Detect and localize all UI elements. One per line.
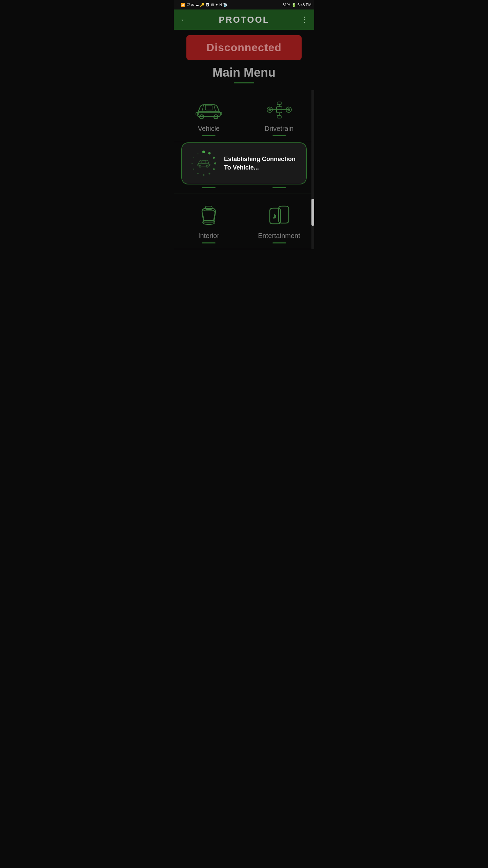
svg-rect-46 — [202, 160, 206, 163]
scrollbar[interactable] — [311, 90, 314, 249]
menu-item-vehicle[interactable]: Vehicle — [174, 90, 244, 142]
nfc-icon: N — [219, 3, 222, 7]
signal-icon: 📡 — [223, 3, 228, 7]
menu-item-drivetrain[interactable]: Drivetrain — [244, 90, 314, 142]
loading-message: Establishing Connection To Vehicle... — [224, 155, 298, 172]
entertainment-underline — [272, 242, 286, 243]
svg-point-37 — [193, 169, 194, 170]
bluetooth-icon: ✦ — [215, 3, 218, 7]
app-title: PROTOOL — [219, 15, 269, 25]
svg-rect-41 — [198, 164, 209, 166]
vehicle-icon — [195, 100, 222, 121]
svg-rect-15 — [277, 116, 281, 118]
vehicle-underline — [202, 135, 216, 136]
svg-point-31 — [213, 157, 215, 159]
drivetrain-icon — [266, 100, 293, 121]
monitor-icon: 🖥 — [210, 3, 214, 7]
svg-point-34 — [209, 173, 210, 175]
svg-point-32 — [214, 162, 216, 164]
battery-icon: 🔋 — [291, 3, 296, 7]
status-bar: ··· 📶 🛡 ✉ ☁ 🔑 🖼 🖥 ✦ N 📡 81% 🔋 6:48 PM — [174, 0, 314, 9]
entertainment-icon: ♪ — [266, 203, 293, 229]
back-button[interactable]: ← — [180, 15, 187, 24]
key-icon: 🔑 — [200, 3, 205, 7]
svg-point-30 — [208, 152, 211, 155]
svg-point-29 — [202, 151, 205, 153]
svg-point-33 — [213, 168, 215, 170]
wifi-icon: 📶 — [181, 3, 185, 7]
safety-underline — [272, 187, 286, 188]
image-icon: 🖼 — [206, 3, 209, 7]
interior-label: Interior — [198, 232, 219, 240]
disconnected-button[interactable]: Disconnected — [186, 35, 302, 60]
svg-point-38 — [191, 163, 193, 164]
mail-icon: ✉ — [191, 3, 194, 7]
svg-text:♪: ♪ — [273, 212, 277, 220]
time-display: 6:48 PM — [298, 3, 311, 7]
svg-point-35 — [203, 174, 205, 176]
menu-item-interior[interactable]: Interior — [174, 194, 244, 249]
drivetrain-underline — [272, 135, 286, 136]
spinner-container — [190, 150, 217, 177]
drivetrain-label: Drivetrain — [265, 125, 294, 133]
notification-icon: ··· — [177, 3, 180, 7]
app-header: ← PROTOOL ⋮ — [174, 9, 314, 30]
svg-point-39 — [193, 157, 194, 158]
svg-point-40 — [197, 153, 199, 154]
loading-dialog: Establishing Connection To Vehicle... — [181, 142, 307, 184]
menu-item-entertainment[interactable]: ♪ Entertainment — [244, 194, 314, 249]
entertainment-label: Entertainment — [258, 232, 300, 240]
scrollbar-thumb[interactable] — [311, 199, 314, 226]
battery-text: 81% — [283, 3, 290, 7]
interior-underline — [202, 242, 216, 243]
vehicle-label: Vehicle — [198, 125, 220, 133]
svg-rect-27 — [205, 206, 212, 210]
status-icons: ··· 📶 🛡 ✉ ☁ 🔑 🖼 🖥 ✦ N 📡 — [177, 3, 228, 7]
svg-point-36 — [197, 173, 199, 174]
chassis-underline — [202, 187, 216, 188]
svg-rect-3 — [205, 105, 212, 110]
interior-icon — [195, 203, 222, 229]
title-divider — [234, 82, 254, 83]
menu-button[interactable]: ⋮ — [301, 15, 308, 24]
status-right-info: 81% 🔋 6:48 PM — [283, 3, 311, 7]
car-center-icon — [197, 158, 210, 169]
weather-icon: ☁ — [195, 3, 199, 7]
page-title: Main Menu — [174, 65, 314, 80]
shield-icon: 🛡 — [186, 3, 190, 7]
